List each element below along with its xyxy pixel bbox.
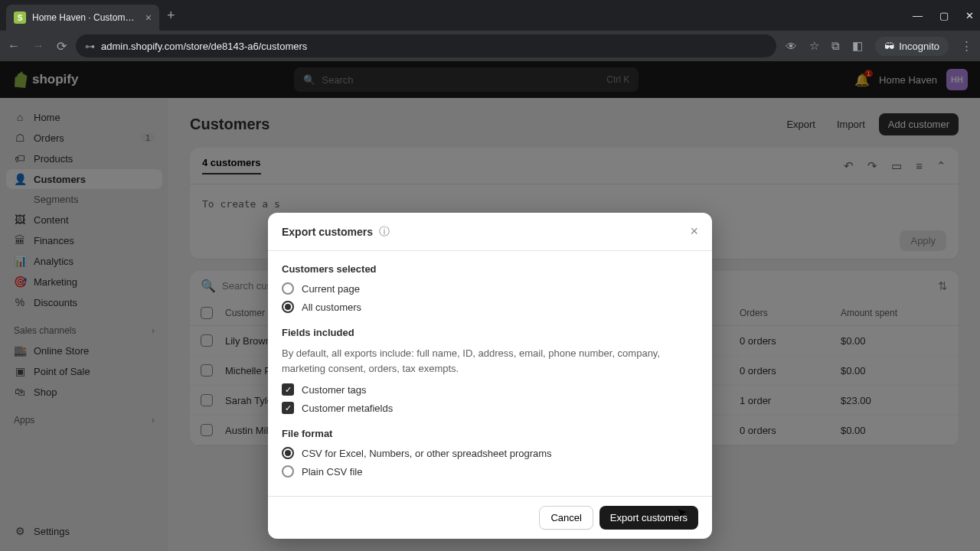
fields-description: By default, all exports include: full na… (282, 346, 698, 376)
reload-icon[interactable]: ⟳ (57, 39, 67, 54)
radio-icon (282, 447, 294, 459)
site-info-icon[interactable]: ⊶ (85, 41, 95, 52)
app-frame: shopify 🔍 Search Ctrl K 🔔1 Home Haven HH… (0, 61, 980, 551)
browser-tab[interactable]: S Home Haven · Customers · Sho... × (6, 5, 159, 31)
shopify-favicon: S (14, 11, 26, 24)
radio-icon (282, 301, 294, 313)
checkbox-customer-tags[interactable]: ✓ Customer tags (282, 383, 698, 396)
radio-plain-csv[interactable]: Plain CSV file (282, 465, 698, 478)
sidepanel-icon[interactable]: ◧ (852, 39, 863, 53)
forward-icon[interactable]: → (32, 39, 44, 53)
radio-icon (282, 465, 294, 478)
modal-close-icon[interactable]: × (690, 223, 698, 240)
incognito-icon: 🕶 (884, 41, 894, 52)
browser-toolbar: ← → ⟳ ⊶ admin.shopify.com/store/de8143-a… (0, 31, 980, 61)
bookmark-icon[interactable]: ☆ (809, 39, 819, 53)
url-text: admin.shopify.com/store/de8143-a6/custom… (101, 41, 307, 52)
export-customers-submit[interactable]: Export customers (599, 506, 698, 530)
minimize-icon[interactable]: — (913, 10, 923, 21)
kebab-menu-icon[interactable]: ⋮ (961, 39, 972, 53)
section-fields-included: Fields included (282, 327, 698, 338)
radio-current-page[interactable]: Current page (282, 282, 698, 295)
checkbox-icon: ✓ (282, 402, 294, 414)
back-icon[interactable]: ← (8, 39, 20, 53)
window-controls: — ▢ ✕ (913, 10, 974, 21)
radio-all-customers[interactable]: All customers (282, 301, 698, 313)
eye-off-icon[interactable]: 👁 (786, 40, 797, 53)
tab-close-icon[interactable]: × (145, 11, 152, 24)
incognito-badge[interactable]: 🕶 Incognito (875, 37, 949, 56)
export-customers-modal: Export customers ⓘ × Customers selected … (268, 213, 712, 539)
section-customers-selected: Customers selected (282, 263, 698, 275)
extensions-icon[interactable]: ⧉ (831, 39, 840, 53)
cancel-button[interactable]: Cancel (539, 506, 593, 530)
checkbox-customer-metafields[interactable]: ✓ Customer metafields (282, 402, 698, 414)
browser-tab-strip: S Home Haven · Customers · Sho... × + — … (0, 0, 980, 31)
radio-icon (282, 282, 294, 295)
info-icon[interactable]: ⓘ (379, 225, 390, 239)
modal-title: Export customers (282, 226, 373, 238)
maximize-icon[interactable]: ▢ (939, 10, 949, 21)
radio-csv-excel[interactable]: CSV for Excel, Numbers, or other spreads… (282, 447, 698, 459)
address-bar[interactable]: ⊶ admin.shopify.com/store/de8143-a6/cust… (76, 34, 776, 57)
section-file-format: File format (282, 428, 698, 439)
tab-title: Home Haven · Customers · Sho... (32, 12, 139, 23)
new-tab-button[interactable]: + (167, 8, 175, 24)
close-window-icon[interactable]: ✕ (965, 10, 974, 21)
checkbox-icon: ✓ (282, 383, 294, 396)
